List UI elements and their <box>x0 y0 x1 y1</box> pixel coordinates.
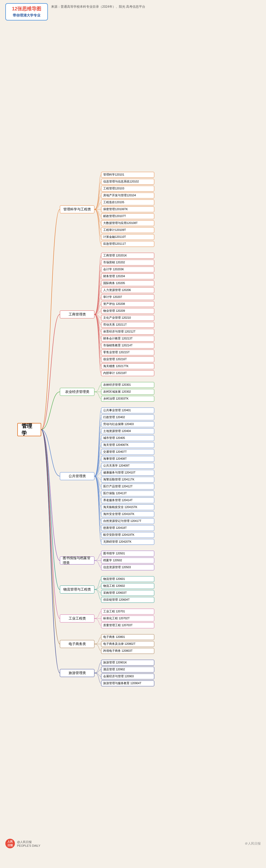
leaf-node-1-5: 人力资源管理 120206 <box>101 287 154 293</box>
leaf-node-1-14: 零售业管理 120215T <box>101 349 154 355</box>
footer-logo: 人民日报 @人民日报PEOPLE'S DAILY <box>5 839 40 848</box>
leaf-node-6-2: 质量管理工程 120703T <box>101 622 154 628</box>
leaf-node-1-11: 体育经济与管理 120212T <box>101 329 154 335</box>
leaf-node-0-3: 房地产开发与管理120104 <box>101 193 154 198</box>
leaf-node-7-0: 电子商务 120801 <box>101 634 154 640</box>
leaf-node-8-1: 酒店管理 120902 <box>101 666 154 673</box>
header-badge-title: 12张思维导图 <box>9 6 44 12</box>
leaf-node-3-16: 自然资源登记与管理 120417T <box>101 518 154 524</box>
logo-symbol: 人民日报 <box>7 840 13 847</box>
leaf-node-8-3: 旅游管理与服务教育 120904T <box>101 680 154 686</box>
leaf-node-1-10: 劳动关系 120211T <box>101 322 154 328</box>
leaf-node-5-0: 物流管理 120601 <box>101 576 154 582</box>
footer-logo-text: @人民日报PEOPLE'S DAILY <box>17 840 40 847</box>
leaf-node-3-4: 城市管理 120405 <box>101 435 154 441</box>
leaf-node-3-6: 交通管理 120407T <box>101 449 154 455</box>
leaf-node-4-1: 档案学 120502 <box>101 558 154 563</box>
leaf-node-3-10: 海警后勤管理 120411TK <box>101 477 154 483</box>
category-node-4: 图书情报与档案管理类 <box>60 557 94 564</box>
leaf-node-4-2: 信息资源管理 120503 <box>101 564 154 570</box>
header-badge-subtitle: 带你理清大学专业 <box>9 13 44 18</box>
leaf-node-0-10: 应急管理120111T <box>101 241 154 247</box>
leaf-node-2-0: 农林经济管理 120301 <box>101 382 154 388</box>
leaf-node-0-6: 邮政管理120107T <box>101 213 154 219</box>
leaf-node-0-7: 大数据管理与应用120108T <box>101 220 154 226</box>
mindmap: 管理学管理科学与工程类管理科学120101信息管理与信息系统120102工程管理… <box>0 23 266 837</box>
leaf-node-1-6: 审计学 120207 <box>101 294 154 300</box>
leaf-node-1-15: 创业管理 120216T <box>101 356 154 362</box>
leaf-node-3-0: 公共事业管理 120401 <box>101 407 154 413</box>
leaf-node-6-1: 标准化工程 120702T <box>101 616 154 621</box>
leaf-node-3-15: 海外安全管理 120416TK <box>101 511 154 517</box>
leaf-node-1-13: 市场销售教育 120214T <box>101 343 154 348</box>
leaf-node-3-17: 慈善管理 120418T <box>101 525 154 531</box>
header: 12张思维导图 带你理清大学专业 来源：普通高等学校本科专业目录（2024年）、… <box>0 0 266 23</box>
footer-watermark: ＠人民日报 <box>245 841 261 846</box>
leaf-node-5-2: 采购管理 120603T <box>101 590 154 596</box>
page-container: 12张思维导图 带你理清大学专业 来源：普通高等学校本科专业目录（2024年）、… <box>0 0 266 850</box>
leaf-node-0-5: 保密管理120106TK <box>101 207 154 212</box>
leaf-node-6-0: 工业工程 120701 <box>101 609 154 615</box>
leaf-node-0-8: 工程审计120109T <box>101 227 154 233</box>
leaf-node-0-4: 工程造价120105 <box>101 199 154 205</box>
leaf-node-1-4: 国际商务 120205 <box>101 280 154 286</box>
leaf-node-7-2: 跨境电子商务 120803T <box>101 648 154 654</box>
leaf-node-1-2: 会计学 120203K <box>101 267 154 272</box>
leaf-node-1-7: 资产评估 120208 <box>101 301 154 307</box>
leaf-node-2-1: 农村区域发展 120302 <box>101 389 154 395</box>
leaf-node-3-3: 土地资源管理 120404 <box>101 428 154 434</box>
leaf-node-0-0: 管理科学120101 <box>101 172 154 178</box>
category-node-8: 旅游管理类 <box>60 669 94 677</box>
leaf-node-1-0: 工商管理 120201K <box>101 253 154 258</box>
leaf-node-3-9: 健康服务与管理 120410T <box>101 470 154 476</box>
leaf-node-8-2: 会展经济与管理 120903 <box>101 674 154 679</box>
leaf-node-7-1: 电子商务及法律 120802T <box>101 641 154 647</box>
leaf-node-1-9: 文化产业管理 120210 <box>101 315 154 321</box>
leaf-node-3-13: 养老服务管理 120414T <box>101 497 154 503</box>
leaf-node-3-2: 劳动与社会保障 120403 <box>101 422 154 427</box>
leaf-node-1-17: 内部审计 120218T <box>101 370 154 376</box>
leaf-node-3-7: 海事管理 120408T <box>101 456 154 462</box>
header-source: 来源：普通高等学校本科专业目录（2024年）、阳光 高考信息平台 <box>51 3 145 9</box>
leaf-node-5-1: 物流工程 120602 <box>101 583 154 589</box>
header-badge: 12张思维导图 带你理清大学专业 <box>5 3 48 21</box>
leaf-node-0-2: 工程管理120103 <box>101 186 154 191</box>
center-node: 管理学 <box>17 423 41 436</box>
leaf-node-3-11: 医疗产品管理 120412T <box>101 484 154 490</box>
leaf-node-0-1: 信息管理与信息系统120102 <box>101 179 154 185</box>
category-node-5: 物流管理与工程类 <box>60 586 94 593</box>
category-node-7: 电子商务类 <box>60 640 94 648</box>
leaf-node-1-16: 海关稽查 120217TK <box>101 363 154 369</box>
leaf-node-3-12: 医疗保险 120413T <box>101 491 154 496</box>
category-node-2: 农业经济管理类 <box>60 388 94 396</box>
leaf-node-0-9: 计算金融120110T <box>101 234 154 240</box>
leaf-node-1-1: 市场营销 120202 <box>101 260 154 266</box>
leaf-node-8-0: 旅游管理 120901K <box>101 660 154 665</box>
logo-icon: 人民日报 <box>5 839 15 848</box>
category-node-1: 工商管理类 <box>60 310 94 318</box>
leaf-node-3-8: 公共关系学 120409T <box>101 463 154 469</box>
footer: 人民日报 @人民日报PEOPLE'S DAILY ＠人民日报 <box>0 837 266 850</box>
leaf-node-3-18: 航空安防管理 120419TK <box>101 532 154 538</box>
leaf-node-3-5: 海关管理 120406TK <box>101 442 154 448</box>
leaf-node-3-19: 无障碍管理 120420TK <box>101 539 154 545</box>
leaf-node-1-3: 财务管理 120204 <box>101 274 154 279</box>
leaf-node-3-1: 行政管理 120402 <box>101 414 154 420</box>
leaf-node-3-14: 海关验检疫安全 120415TK <box>101 504 154 510</box>
leaf-node-4-0: 图书馆学 120501 <box>101 551 154 557</box>
leaf-node-5-3: 供应链管理 120604T <box>101 597 154 603</box>
category-node-6: 工业工程类 <box>60 615 94 622</box>
category-node-0: 管理科学与工程类 <box>60 205 94 213</box>
leaf-node-2-2: 乡村治理 120303TK <box>101 396 154 402</box>
leaf-node-1-8: 物业管理 120209 <box>101 308 154 314</box>
leaf-node-1-12: 财务会计教育 120213T <box>101 336 154 342</box>
category-node-3: 公共管理类 <box>60 472 94 480</box>
